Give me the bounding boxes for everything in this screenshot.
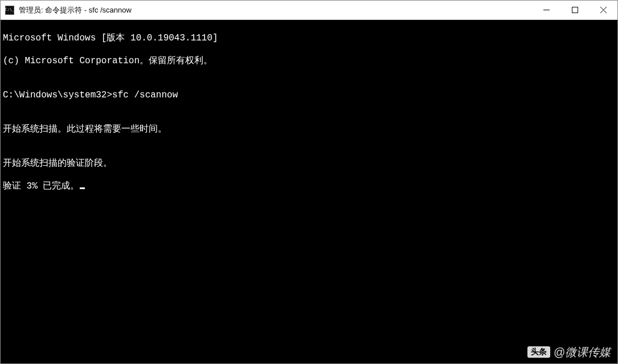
- minimize-icon: [543, 7, 550, 13]
- watermark-text: @微课传媒: [554, 346, 611, 358]
- cmd-window: 管理员: 命令提示符 - sfc /scannow Microsoft Wind…: [0, 0, 618, 364]
- cmd-icon: [5, 6, 14, 15]
- output-line: (c) Microsoft Corporation。保留所有权利。: [3, 55, 615, 67]
- window-controls: [532, 1, 617, 19]
- terminal-output[interactable]: Microsoft Windows [版本 10.0.19043.1110] (…: [1, 20, 617, 363]
- prompt-line: C:\Windows\system32>sfc /scannow: [3, 89, 615, 101]
- output-progress-line: 验证 3% 已完成。: [3, 181, 615, 192]
- close-icon: [600, 7, 607, 13]
- maximize-button[interactable]: [560, 1, 589, 19]
- minimize-button[interactable]: [532, 1, 560, 19]
- window-title: 管理员: 命令提示符 - sfc /scannow: [19, 5, 532, 15]
- close-button[interactable]: [589, 1, 617, 19]
- output-line: Microsoft Windows [版本 10.0.19043.1110]: [3, 32, 615, 44]
- output-line: 开始系统扫描。此过程将需要一些时间。: [3, 124, 615, 135]
- titlebar[interactable]: 管理员: 命令提示符 - sfc /scannow: [1, 1, 617, 20]
- maximize-icon: [572, 7, 578, 13]
- progress-text: 验证 3% 已完成。: [3, 181, 79, 191]
- svg-rect-1: [572, 7, 578, 13]
- watermark: 头条 @微课传媒: [527, 346, 611, 358]
- output-line: 开始系统扫描的验证阶段。: [3, 158, 615, 169]
- watermark-badge: 头条: [527, 346, 550, 357]
- text-cursor: [80, 187, 85, 189]
